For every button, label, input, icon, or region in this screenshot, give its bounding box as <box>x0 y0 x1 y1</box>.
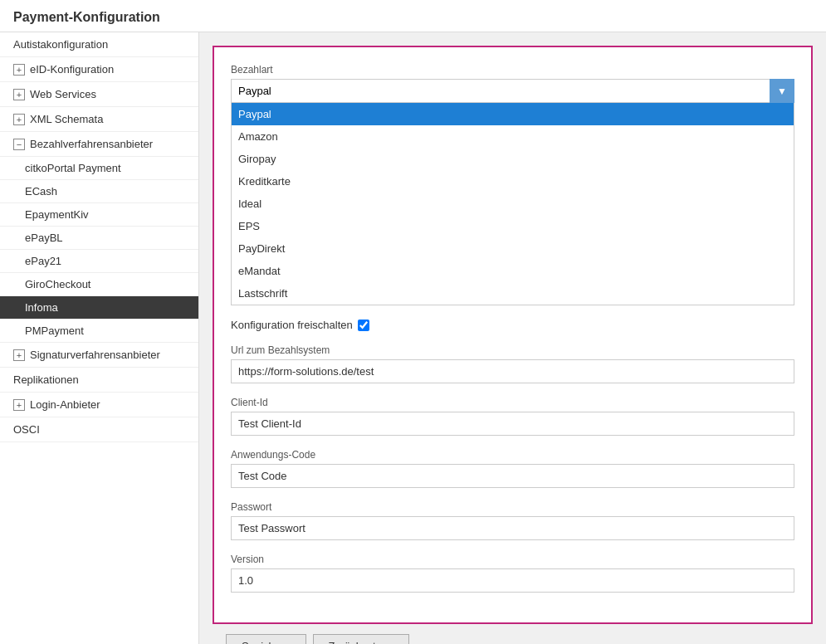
sidebar-label-replikationen: Replikationen <box>13 373 79 386</box>
toggle-icon-xml-schemata: + <box>13 114 25 125</box>
version-input[interactable] <box>231 568 794 593</box>
bezahlart-dropdown-wrapper: ▼ <box>231 79 794 103</box>
konfiguration-row: Konfiguration freischalten <box>231 319 794 331</box>
bezahlart-dropdown-list: PaypalAmazonGiropayKreditkarteIdealEPSPa… <box>231 103 794 305</box>
sidebar: Autistakonfiguration+eID-Konfiguration+W… <box>0 32 199 644</box>
toggle-icon-signaturverfahrensanbieter: + <box>13 349 25 361</box>
sidebar-item-xml-schemata[interactable]: +XML Schemata <box>0 107 198 132</box>
sidebar-item-epaymentkiv[interactable]: EpaymentKiv <box>0 203 198 227</box>
button-row: Speichern Zurücksetzen <box>213 624 813 644</box>
dropdown-option-lastschrift[interactable]: Lastschrift <box>232 282 794 305</box>
sidebar-item-bezahlverfahrensanbieter[interactable]: −Bezahlverfahrensanbieter <box>0 132 198 157</box>
content-area: Bezahlart ▼ PaypalAmazonGiropayKreditkar… <box>199 32 826 644</box>
reset-button[interactable]: Zurücksetzen <box>313 634 409 644</box>
client-id-label: Client-Id <box>231 397 794 408</box>
sidebar-label-signaturverfahrensanbieter: Signaturverfahrensanbieter <box>30 349 160 361</box>
konfiguration-label: Konfiguration freischalten <box>231 319 353 331</box>
app-container: Payment-Konfiguration Autistakonfigurati… <box>0 0 826 644</box>
sidebar-item-autistakonfiguration[interactable]: Autistakonfiguration <box>0 32 198 57</box>
sidebar-item-replikationen[interactable]: Replikationen <box>0 368 198 393</box>
toggle-icon-bezahlverfahrensanbieter: − <box>13 139 25 150</box>
dropdown-option-paypal[interactable]: Paypal <box>232 103 794 125</box>
passwort-label: Passwort <box>231 501 794 513</box>
sidebar-label-login-anbieter: Login-Anbieter <box>30 398 100 411</box>
bezahlart-section: Bezahlart ▼ PaypalAmazonGiropayKreditkar… <box>231 64 794 305</box>
sidebar-item-epay21[interactable]: ePay21 <box>0 250 198 273</box>
dropdown-option-paydirekt[interactable]: PayDirekt <box>232 237 794 260</box>
sidebar-label-xml-schemata: XML Schemata <box>30 113 103 125</box>
bezahlart-label: Bezahlart <box>231 64 794 76</box>
sidebar-item-signaturverfahrensanbieter[interactable]: +Signaturverfahrensanbieter <box>0 343 198 368</box>
sidebar-label-web-services: Web Services <box>30 88 96 100</box>
dropdown-option-emandat[interactable]: eMandat <box>232 260 794 282</box>
sidebar-label-eid-konfiguration: eID-Konfiguration <box>30 63 114 76</box>
sidebar-item-citkoPortal-payment[interactable]: citkoPortal Payment <box>0 157 198 180</box>
sidebar-item-web-services[interactable]: +Web Services <box>0 82 198 107</box>
title-bar: Payment-Konfiguration <box>0 0 826 32</box>
dropdown-option-eps[interactable]: EPS <box>232 215 794 237</box>
version-section: Version <box>231 554 794 593</box>
anwendungs-code-section: Anwendungs-Code <box>231 449 794 488</box>
toggle-icon-web-services: + <box>13 89 25 100</box>
url-label: Url zum Bezahlsystem <box>231 344 794 356</box>
sidebar-item-pmpayment[interactable]: PMPayment <box>0 320 198 343</box>
passwort-input[interactable] <box>231 516 794 540</box>
anwendungs-code-label: Anwendungs-Code <box>231 449 794 461</box>
main-area: Autistakonfiguration+eID-Konfiguration+W… <box>0 32 826 644</box>
dropdown-option-amazon[interactable]: Amazon <box>232 125 794 148</box>
sidebar-item-login-anbieter[interactable]: +Login-Anbieter <box>0 393 198 417</box>
client-id-input[interactable] <box>231 412 794 436</box>
sidebar-label-bezahlverfahrensanbieter: Bezahlverfahrensanbieter <box>30 138 153 150</box>
sidebar-item-eid-konfiguration[interactable]: +eID-Konfiguration <box>0 57 198 82</box>
version-label: Version <box>231 554 794 565</box>
sidebar-item-epaybl[interactable]: ePayBL <box>0 227 198 250</box>
url-input[interactable] <box>231 359 794 383</box>
sidebar-item-ecash[interactable]: ECash <box>0 180 198 203</box>
content-panel: Bezahlart ▼ PaypalAmazonGiropayKreditkar… <box>213 46 813 624</box>
save-button[interactable]: Speichern <box>226 634 306 644</box>
toggle-icon-eid-konfiguration: + <box>13 64 25 76</box>
sidebar-item-osci[interactable]: OSCI <box>0 417 198 442</box>
anwendungs-code-input[interactable] <box>231 464 794 488</box>
konfiguration-checkbox[interactable] <box>358 320 369 331</box>
sidebar-label-osci: OSCI <box>13 423 40 436</box>
dropdown-option-giropay[interactable]: Giropay <box>232 148 794 170</box>
dropdown-option-ideal[interactable]: Ideal <box>232 193 794 215</box>
url-section: Url zum Bezahlsystem <box>231 344 794 383</box>
dropdown-option-kreditkarte[interactable]: Kreditkarte <box>232 170 794 193</box>
bezahlart-input[interactable] <box>231 79 794 103</box>
sidebar-item-girocheckout[interactable]: GiroCheckout <box>0 273 198 296</box>
page-title: Payment-Konfiguration <box>13 10 813 25</box>
sidebar-item-infoma[interactable]: Infoma <box>0 296 198 320</box>
client-id-section: Client-Id <box>231 397 794 436</box>
passwort-section: Passwort <box>231 501 794 540</box>
sidebar-label-autistakonfiguration: Autistakonfiguration <box>13 38 108 51</box>
toggle-icon-login-anbieter: + <box>13 399 25 411</box>
